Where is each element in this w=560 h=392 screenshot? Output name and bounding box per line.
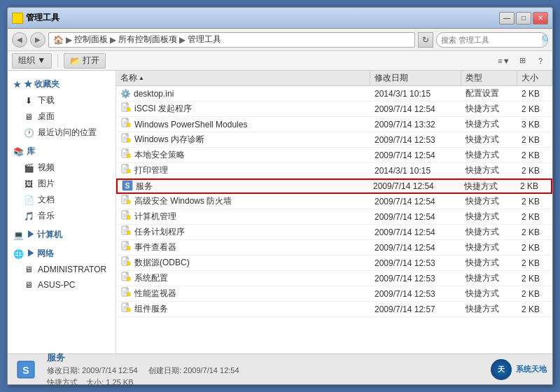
view-grid-button[interactable]: ⊞ bbox=[514, 53, 530, 69]
minimize-button[interactable]: — bbox=[499, 12, 514, 24]
table-row[interactable]: S 服务 2009/7/14 12:54 快捷方式 2 KB bbox=[116, 178, 552, 194]
file-size-cell: 2 KB bbox=[517, 166, 552, 176]
file-size-cell: 2 KB bbox=[517, 197, 552, 206]
table-row[interactable]: 系统配置 2009/7/14 12:53 快捷方式 2 KB bbox=[116, 271, 552, 286]
file-icon bbox=[120, 287, 132, 300]
watermark-text: 系统天地 bbox=[516, 364, 547, 374]
library-header[interactable]: 📚 库 bbox=[8, 144, 115, 160]
favorites-header[interactable]: ★ ★ 收藏夹 bbox=[8, 76, 115, 92]
file-icon bbox=[120, 272, 132, 285]
organize-button[interactable]: 组织 ▼ bbox=[12, 53, 52, 69]
table-row[interactable]: Windows 内存诊断 2009/7/14 12:53 快捷方式 2 KB bbox=[116, 132, 552, 148]
toolbar-right: ≡▼ ⊞ ? bbox=[496, 53, 548, 69]
svg-rect-79 bbox=[127, 308, 130, 312]
maximize-button[interactable]: □ bbox=[516, 12, 531, 24]
svg-marker-45 bbox=[126, 226, 128, 228]
file-date-cell: 2009/7/14 12:54 bbox=[370, 104, 461, 114]
sidebar-item-document[interactable]: 📄 文档 bbox=[8, 192, 115, 208]
sidebar-item-desktop[interactable]: 🖥 桌面 bbox=[8, 108, 115, 125]
table-row[interactable]: 组件服务 2009/7/14 12:57 快捷方式 2 KB bbox=[116, 302, 552, 317]
table-row[interactable]: 计算机管理 2009/7/14 12:54 快捷方式 2 KB bbox=[116, 209, 552, 225]
file-size-cell: 2 KB bbox=[517, 135, 552, 145]
file-name-cell: 高级安全 Windows 防火墙 bbox=[116, 195, 370, 208]
file-date-cell: 2009/7/14 13:32 bbox=[370, 120, 461, 130]
table-row[interactable]: 性能监视器 2009/7/14 12:53 快捷方式 2 KB bbox=[116, 286, 552, 302]
asus-pc-icon: 🖥 bbox=[23, 279, 34, 290]
sidebar-item-recent[interactable]: 🕐 最近访问的位置 bbox=[8, 125, 115, 141]
title-bar-left: 管理工具 bbox=[12, 12, 59, 24]
view-options-button[interactable]: ≡▼ bbox=[496, 53, 512, 69]
file-date-cell: 2009/7/14 12:53 bbox=[370, 258, 461, 268]
svg-marker-19 bbox=[126, 149, 128, 151]
file-name-cell: S 服务 bbox=[118, 180, 369, 193]
search-input[interactable] bbox=[437, 36, 542, 44]
sidebar-item-asus-pc[interactable]: 🖥 ASUS-PC bbox=[8, 277, 115, 293]
computer-header[interactable]: 💻 ▶ 计算机 bbox=[8, 227, 115, 243]
table-row[interactable]: ⚙️ desktop.ini 2014/3/1 10:15 配置设置 2 KB bbox=[116, 86, 552, 102]
table-row[interactable]: 本地安全策略 2009/7/14 12:54 快捷方式 2 KB bbox=[116, 148, 552, 163]
svg-rect-37 bbox=[127, 200, 130, 204]
network-header[interactable]: 🌐 ▶ 网络 bbox=[8, 246, 115, 262]
open-button[interactable]: 📂 打开 bbox=[64, 53, 106, 69]
table-row[interactable]: 数据源(ODBC) 2009/7/14 12:53 快捷方式 2 KB bbox=[116, 255, 552, 271]
table-row[interactable]: 任务计划程序 2009/7/14 12:54 快捷方式 2 KB bbox=[116, 225, 552, 240]
table-row[interactable]: 高级安全 Windows 防火墙 2009/7/14 12:54 快捷方式 2 … bbox=[116, 194, 552, 209]
help-button[interactable]: ? bbox=[533, 53, 548, 69]
video-icon: 🎬 bbox=[23, 162, 34, 174]
sort-arrow: ▲ bbox=[139, 75, 144, 81]
favorites-section: ★ ★ 收藏夹 ⬇ 下载 🖥 桌面 🕐 最近访问的位置 bbox=[8, 76, 115, 141]
svg-marker-69 bbox=[126, 288, 128, 290]
svg-rect-11 bbox=[127, 123, 130, 127]
file-date-cell: 2009/7/14 12:54 bbox=[370, 150, 461, 160]
file-type-cell: 快捷方式 bbox=[461, 211, 517, 223]
window-title: 管理工具 bbox=[26, 12, 59, 24]
svg-rect-49 bbox=[127, 231, 130, 234]
file-date-cell: 2009/7/14 12:54 bbox=[370, 227, 461, 237]
refresh-button[interactable]: ↻ bbox=[418, 32, 433, 48]
table-row[interactable]: 事件查看器 2009/7/14 12:54 快捷方式 2 KB bbox=[116, 240, 552, 255]
file-name-cell: 数据源(ODBC) bbox=[116, 256, 370, 270]
file-size-cell: 2 KB bbox=[517, 104, 552, 114]
address-bar: ◀ ▶ 🏠 ▶ 控制面板 ▶ 所有控制面板项 ▶ 管理工具 ↻ 🔍 bbox=[8, 29, 552, 51]
open-icon: 📂 bbox=[70, 56, 80, 66]
table-row[interactable]: 打印管理 2014/3/1 10:15 快捷方式 2 KB bbox=[116, 163, 552, 178]
file-type-cell: 快捷方式 bbox=[460, 181, 516, 192]
svg-rect-17 bbox=[127, 139, 130, 142]
table-row[interactable]: iSCSI 发起程序 2009/7/14 12:54 快捷方式 2 KB bbox=[116, 102, 552, 117]
file-size-cell: 2 KB bbox=[517, 258, 552, 268]
library-section: 📚 库 🎬 视频 🖼 图片 📄 文档 🎵 音乐 bbox=[8, 144, 115, 224]
file-icon bbox=[120, 302, 132, 316]
table-row[interactable]: Windows PowerShell Modules 2009/7/14 13:… bbox=[116, 117, 552, 132]
library-icon: 📚 bbox=[13, 147, 24, 157]
svg-marker-1 bbox=[126, 103, 128, 105]
sidebar-item-picture[interactable]: 🖼 图片 bbox=[8, 176, 115, 192]
file-size-cell: 2 KB bbox=[516, 181, 551, 191]
sidebar-item-download[interactable]: ⬇ 下载 bbox=[8, 92, 115, 108]
file-date-cell: 2009/7/14 12:54 bbox=[370, 212, 461, 222]
close-button[interactable]: ✕ bbox=[533, 12, 548, 24]
svg-rect-73 bbox=[127, 293, 130, 296]
file-size-cell: 2 KB bbox=[517, 289, 552, 299]
file-size-cell: 2 KB bbox=[517, 243, 552, 253]
sidebar-item-administrator[interactable]: 🖥 ADMINISTRATOR bbox=[8, 262, 115, 277]
file-icon bbox=[120, 210, 132, 223]
desktop-icon: 🖥 bbox=[23, 111, 34, 122]
sidebar-item-music[interactable]: 🎵 音乐 bbox=[8, 208, 115, 224]
watermark-icon: 天 bbox=[491, 359, 512, 380]
back-button[interactable]: ◀ bbox=[12, 32, 27, 48]
file-date-cell: 2014/3/1 10:15 bbox=[370, 166, 461, 176]
sidebar-item-video[interactable]: 🎬 视频 bbox=[8, 160, 115, 176]
music-icon: 🎵 bbox=[23, 211, 34, 222]
file-date-cell: 2009/7/14 12:53 bbox=[370, 274, 461, 284]
file-icon bbox=[120, 118, 132, 131]
column-header-type[interactable]: 类型 bbox=[461, 71, 517, 85]
forward-button[interactable]: ▶ bbox=[30, 32, 46, 48]
column-header-date[interactable]: 修改日期 bbox=[370, 71, 461, 85]
column-header-size[interactable]: 大小 bbox=[517, 71, 552, 85]
address-box[interactable]: 🏠 ▶ 控制面板 ▶ 所有控制面板项 ▶ 管理工具 bbox=[48, 32, 415, 48]
column-header-name[interactable]: 名称 ▲ bbox=[116, 71, 370, 85]
file-name-cell: 性能监视器 bbox=[116, 287, 370, 300]
search-button[interactable]: 🔍 bbox=[542, 32, 548, 48]
recent-icon: 🕐 bbox=[23, 127, 34, 139]
svg-rect-55 bbox=[127, 246, 130, 250]
